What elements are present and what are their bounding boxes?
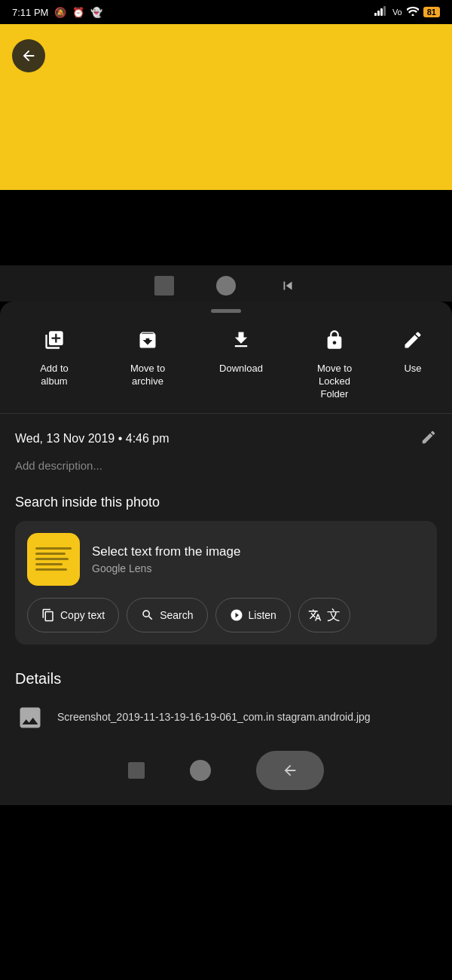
lock-icon bbox=[319, 325, 350, 355]
listen-button[interactable]: Listen bbox=[215, 598, 291, 632]
move-to-locked-action[interactable]: Move toLockedFolder bbox=[301, 325, 368, 401]
file-row: Screenshot_2019-11-13-19-16-19-061_com.i… bbox=[15, 703, 437, 733]
add-album-icon bbox=[39, 325, 69, 355]
thumb-line-1 bbox=[35, 547, 72, 550]
svg-rect-2 bbox=[380, 8, 383, 16]
move-to-archive-label: Move toarchive bbox=[130, 363, 165, 388]
add-to-album-action[interactable]: Add toalbum bbox=[20, 325, 88, 388]
back-button[interactable] bbox=[12, 39, 45, 72]
lens-info: Select text from the image Google Lens bbox=[92, 544, 240, 574]
lens-top: Select text from the image Google Lens bbox=[27, 533, 425, 586]
nav-back-button[interactable] bbox=[256, 751, 324, 790]
file-icon bbox=[15, 703, 45, 733]
thumb-line-3 bbox=[35, 558, 69, 560]
lens-thumbnail bbox=[27, 533, 80, 586]
black-background bbox=[0, 190, 452, 265]
time: 7:11 PM bbox=[12, 7, 48, 18]
nav-home-button[interactable] bbox=[190, 760, 211, 781]
stop-button[interactable] bbox=[154, 276, 174, 296]
edit-date-icon[interactable] bbox=[420, 429, 437, 449]
translate-button[interactable]: 文 bbox=[298, 598, 350, 632]
listen-label: Listen bbox=[249, 609, 276, 621]
search-section-title: Search inside this photo bbox=[15, 495, 437, 510]
media-controls-bar bbox=[0, 265, 452, 302]
alarm-off-icon: 🔕 bbox=[54, 7, 66, 18]
thumb-line-2 bbox=[35, 553, 66, 555]
use-as-label: Use bbox=[404, 363, 421, 375]
lens-title: Select text from the image bbox=[92, 544, 240, 559]
status-bar: 7:11 PM 🔕 ⏰ 👻 Vo 81 bbox=[0, 0, 452, 24]
copy-text-label: Copy text bbox=[60, 609, 105, 621]
photo-view bbox=[0, 24, 452, 190]
use-as-icon bbox=[398, 325, 428, 355]
actions-row: Add toalbum Move toarchive Download bbox=[0, 317, 452, 414]
search-button[interactable]: Search bbox=[127, 598, 207, 632]
add-to-album-label: Add toalbum bbox=[40, 363, 69, 388]
thumb-line-5 bbox=[35, 568, 67, 571]
move-to-archive-action[interactable]: Move toarchive bbox=[114, 325, 182, 388]
search-section: Search inside this photo Select text fro… bbox=[0, 487, 452, 655]
drag-handle[interactable] bbox=[211, 309, 241, 313]
file-name: Screenshot_2019-11-13-19-16-19-061_com.i… bbox=[57, 709, 371, 725]
alarm-icon: ⏰ bbox=[72, 7, 84, 18]
svg-rect-3 bbox=[383, 6, 386, 16]
battery-level: 81 bbox=[423, 7, 440, 17]
signal-icon bbox=[374, 6, 388, 18]
download-action[interactable]: Download bbox=[207, 325, 275, 375]
details-section: Details Screenshot_2019-11-13-19-16-19-0… bbox=[0, 655, 452, 740]
snapchat-icon: 👻 bbox=[90, 7, 102, 18]
status-right: Vo 81 bbox=[374, 6, 440, 18]
add-description[interactable]: Add description... bbox=[0, 456, 452, 487]
date-section: Wed, 13 Nov 2019 • 4:46 pm bbox=[0, 414, 452, 456]
google-lens-card: Select text from the image Google Lens C… bbox=[15, 521, 437, 645]
lens-actions: Copy text Search Listen bbox=[27, 598, 425, 632]
use-as-action[interactable]: Use bbox=[394, 325, 432, 375]
vo-label: Vo bbox=[392, 8, 402, 17]
details-title: Details bbox=[15, 670, 437, 688]
nav-stop-button[interactable] bbox=[128, 762, 145, 779]
record-button[interactable] bbox=[216, 276, 236, 296]
move-to-locked-label: Move toLockedFolder bbox=[317, 363, 352, 401]
download-icon bbox=[226, 325, 256, 355]
wifi-icon bbox=[407, 7, 419, 18]
status-left: 7:11 PM 🔕 ⏰ 👻 bbox=[12, 7, 102, 18]
translate-icon-label: 文 bbox=[327, 606, 341, 624]
copy-text-button[interactable]: Copy text bbox=[27, 598, 119, 632]
svg-rect-1 bbox=[377, 11, 380, 16]
download-label: Download bbox=[219, 363, 263, 375]
play-back-button[interactable] bbox=[278, 276, 298, 296]
bottom-nav bbox=[0, 740, 452, 805]
lens-subtitle: Google Lens bbox=[92, 562, 240, 574]
date-text: Wed, 13 Nov 2019 • 4:46 pm bbox=[15, 432, 170, 446]
archive-icon bbox=[133, 325, 163, 355]
svg-rect-0 bbox=[374, 13, 377, 16]
bottom-sheet: Add toalbum Move toarchive Download bbox=[0, 302, 452, 805]
search-label: Search bbox=[160, 609, 193, 621]
thumbnail-lines bbox=[29, 541, 78, 577]
thumb-line-4 bbox=[35, 563, 63, 565]
